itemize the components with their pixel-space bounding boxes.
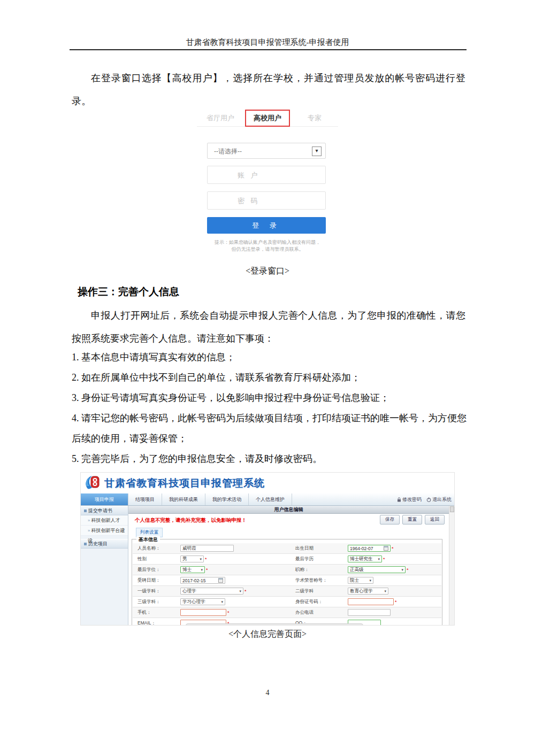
- sidebar-item-innovation-talent[interactable]: »科技创新人才: [81, 515, 128, 526]
- profile-page-screenshot: 甘肃省教育科技项目申报管理系统 项目申报 结项项目 我的科研成果 我的学术活动 …: [80, 472, 455, 626]
- nav-tab-project-closure[interactable]: 结项项目: [128, 493, 162, 505]
- list-item: 2. 如在所属单位中找不到自己的单位，请联系省教育厅科研处添加；: [72, 367, 467, 388]
- gender-select[interactable]: 男▾: [180, 556, 204, 562]
- sidebar-group-history[interactable]: 历史项目: [81, 539, 128, 549]
- app-logo-icon: [84, 474, 102, 492]
- required-asterisk: [392, 546, 394, 551]
- field-label: 一级学科：: [137, 588, 180, 595]
- calendar-icon[interactable]: [384, 546, 388, 551]
- change-password-label: 修改密码: [402, 496, 422, 503]
- table-row: 受聘日期： 2017-02-15 学术荣誉称号： 院士▾: [133, 575, 441, 586]
- table-row: 一级学科： 心理学▾ 二级学科 教育心理学▾: [133, 586, 441, 597]
- office-phone-input[interactable]: [348, 609, 391, 616]
- item-arrow-icon: »: [88, 518, 90, 523]
- field-label: 三级学科：: [137, 599, 180, 605]
- id-number-input[interactable]: [348, 598, 394, 605]
- login-caption: <登录窗口>: [0, 266, 535, 277]
- paragraph-login-intro: 在登录窗口选择【高校用户】，选择所在学校，并通过管理员发放的帐号密码进行登录。: [72, 67, 465, 113]
- list-item: 5. 完善完毕后，为了您的申报信息安全，请及时修改密码。: [72, 449, 467, 469]
- field-label: 最后学历: [295, 556, 348, 562]
- nav-tab-academic-activities[interactable]: 我的学术活动: [205, 493, 249, 505]
- main-panel: 用户信息编辑 个人信息不完整，请先补充完整，以免影响申报！ 保存 重置 返回 列…: [128, 506, 449, 626]
- tab-expert[interactable]: 专家: [291, 113, 338, 123]
- field-label: 人员名称：: [137, 545, 180, 552]
- header-rule: [70, 49, 467, 50]
- tab-university-user[interactable]: 高校用户: [244, 110, 291, 127]
- scrollbar-thumb[interactable]: [450, 506, 454, 512]
- sidebar-group-submit[interactable]: 提交申请书: [81, 506, 128, 515]
- reset-button[interactable]: 重置: [402, 515, 422, 524]
- school-select-placeholder: --请选择--: [214, 148, 242, 155]
- table-row: 人员名称： 威明霞 出生日期 1964-02-07: [133, 543, 441, 554]
- nav-right: 修改密码 退出系统: [397, 493, 452, 506]
- group-bullet-icon: [84, 543, 87, 545]
- required-asterisk: [227, 610, 230, 615]
- sidebar-item-label: 科技创新人才: [91, 518, 120, 523]
- degree-select[interactable]: 博士▾: [180, 566, 205, 573]
- password-input[interactable]: 密 码: [207, 191, 326, 210]
- logout-label: 退出系统: [432, 496, 452, 503]
- notes-list: 1. 基本信息中请填写真实有效的信息； 2. 如在所属单位中找不到自己的单位，请…: [72, 347, 467, 469]
- logout-link[interactable]: 退出系统: [426, 496, 452, 503]
- field-label: EMAIL：: [137, 620, 180, 626]
- chevron-down-icon: ▾: [201, 568, 203, 572]
- name-input[interactable]: 威明霞: [180, 545, 234, 552]
- account-input[interactable]: 账 户: [207, 166, 326, 184]
- field-label: 学术荣誉称号：: [295, 577, 348, 584]
- table-row: 三级学科： 学习心理学▾ 身份证号码：: [133, 597, 441, 607]
- title-select[interactable]: 正高级▾: [348, 566, 406, 573]
- cutoff-input: [186, 623, 363, 626]
- group-bullet-icon: [84, 510, 87, 512]
- tab-provincial-user[interactable]: 省厅用户: [197, 113, 244, 123]
- hire-date-input[interactable]: 2017-02-15: [180, 577, 225, 584]
- discipline1-select[interactable]: 心理学▾: [180, 588, 243, 595]
- content-title: 用户信息编辑: [128, 506, 449, 514]
- school-select[interactable]: --请选择-- ▾: [207, 143, 326, 159]
- doc-header-title: 甘肃省教育科技项目申报管理系统-申报者使用: [0, 37, 535, 48]
- honor-select[interactable]: 院士▾: [348, 577, 373, 584]
- logo-band: 甘肃省教育科技项目申报管理系统: [81, 473, 454, 493]
- sidebar: 提交申请书 »科技创新人才 »科技创新平台建设 历史项目: [81, 506, 128, 626]
- change-password-link[interactable]: 修改密码: [397, 496, 422, 503]
- profile-caption: <个人信息完善页面>: [0, 629, 535, 640]
- portal-title: 甘肃省教育科技项目申报管理系统: [104, 473, 265, 493]
- mobile-input[interactable]: [180, 609, 226, 616]
- paragraph-profile-intro: 申报人打开网址后，系统会自动提示申报人完善个人信息，为了您申报的准确性，请您按照…: [72, 304, 465, 350]
- form-rows: 人员名称： 威明霞 出生日期 1964-02-07: [133, 543, 441, 626]
- field-label: 受聘日期：: [137, 577, 180, 584]
- field-label: 出生日期: [295, 545, 348, 552]
- birthdate-input[interactable]: 1964-02-07: [348, 545, 391, 552]
- required-asterisk: [395, 599, 397, 605]
- incomplete-warning: 个人信息不完整，请先补充完整，以免影响申报！: [135, 517, 247, 524]
- education-select[interactable]: 博士研究生▾: [348, 556, 382, 562]
- nav-tab-personal-info[interactable]: 个人信息维护: [249, 493, 292, 505]
- back-button[interactable]: 返回: [425, 515, 445, 524]
- discipline2-select[interactable]: 教育心理学▾: [348, 588, 388, 595]
- login-button[interactable]: 登 录: [207, 217, 326, 234]
- sidebar-item-innovation-platform[interactable]: »科技创新平台建设: [81, 526, 128, 536]
- action-buttons: 保存 重置 返回: [380, 515, 445, 524]
- chevron-down-icon: ▾: [384, 589, 386, 593]
- chevron-down-icon: ▾: [200, 557, 202, 561]
- discipline3-select[interactable]: 学习心理学▾: [180, 598, 225, 605]
- red-highlight-frame: 高校用户: [245, 110, 290, 127]
- save-button[interactable]: 保存: [380, 515, 400, 524]
- chevron-down-icon: ▾: [369, 578, 371, 583]
- calendar-icon[interactable]: [218, 578, 223, 583]
- required-asterisk: [407, 567, 409, 573]
- sidebar-group-history-label: 历史项目: [88, 541, 108, 546]
- list-item: 1. 基本信息中请填写真实有效的信息；: [72, 347, 467, 367]
- nav-tab-research-results[interactable]: 我的科研成果: [162, 493, 205, 505]
- required-asterisk: [206, 567, 208, 573]
- fieldset-legend: 基本信息: [136, 536, 160, 543]
- power-icon: [426, 497, 431, 502]
- portal-navbar: 项目申报 结项项目 我的科研成果 我的学术活动 个人信息维护 修改密码 退: [81, 493, 454, 506]
- list-item: 3. 身份证号请填写真实身份证号，以免影响申报过程中身份证号信息验证；: [72, 388, 467, 408]
- required-asterisk: [383, 557, 385, 562]
- chevron-down-icon[interactable]: ▾: [312, 146, 322, 156]
- scrollbar[interactable]: [449, 506, 454, 626]
- table-row: 手机： 办公电话: [133, 607, 441, 618]
- page-number: 4: [0, 689, 535, 697]
- list-item: 4. 请牢记您的帐号密码，此帐号密码为后续做项目结项，打印结项证书的唯一帐号，为…: [72, 408, 467, 449]
- nav-tab-project-apply[interactable]: 项目申报: [81, 493, 128, 505]
